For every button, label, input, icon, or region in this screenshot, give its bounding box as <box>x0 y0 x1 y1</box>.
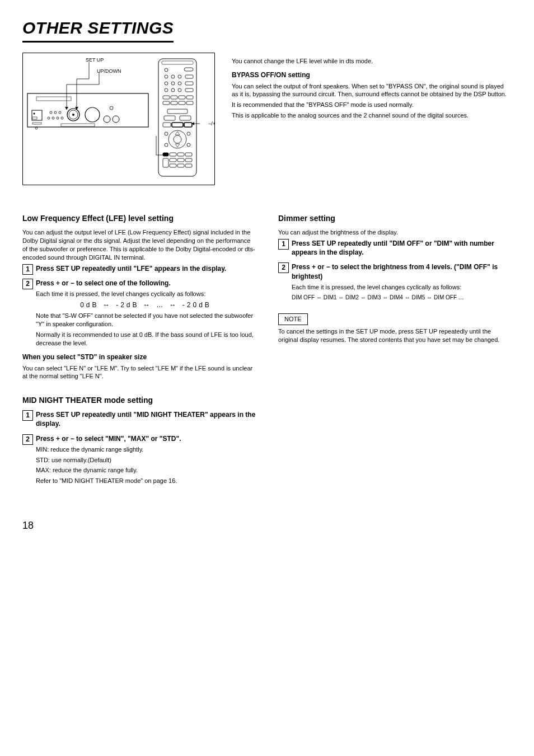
std-body: You can select "LFE N" or "LFE M". Try t… <box>22 364 256 381</box>
std-subtitle: When you select "STD" in speaker size <box>22 353 256 361</box>
callout-up-down: UP/DOWN <box>97 68 121 74</box>
svg-point-43 <box>171 88 175 92</box>
callout-minus-plus: −/+ <box>208 120 216 127</box>
mnt-step1-head: Press SET UP repeatedly until "MID NIGHT… <box>36 410 256 428</box>
receiver-illustration <box>26 57 149 135</box>
bypass-title: BYPASS OFF/ON setting <box>232 71 512 79</box>
svg-rect-72 <box>163 158 168 167</box>
svg-rect-75 <box>185 158 192 162</box>
lfe-step2-body: Each time it is pressed, the level chang… <box>36 290 256 298</box>
svg-rect-3 <box>32 117 37 119</box>
svg-point-63 <box>187 132 190 135</box>
svg-rect-70 <box>177 153 184 156</box>
svg-point-17 <box>110 106 113 110</box>
svg-rect-77 <box>177 164 184 167</box>
svg-point-60 <box>168 130 186 148</box>
svg-point-65 <box>187 143 190 147</box>
page-number: 18 <box>22 519 512 532</box>
svg-rect-68 <box>163 153 168 156</box>
lfe-desc: You can adjust the output level of LFE (… <box>22 228 256 261</box>
svg-rect-41 <box>185 82 193 85</box>
svg-rect-33 <box>184 68 193 71</box>
dim-step2-head: Press + or − to select the brightness fr… <box>292 262 512 280</box>
svg-point-35 <box>171 75 175 78</box>
svg-marker-67 <box>175 144 180 147</box>
bypass-desc3: This is applicable to the analog sources… <box>232 111 512 120</box>
svg-rect-56 <box>180 116 191 120</box>
note-body: To cancel the settings in the SET UP mod… <box>278 327 512 344</box>
svg-rect-54 <box>167 109 188 114</box>
lfe-note-swoff: Note that "S-W OFF" cannot be selected i… <box>36 312 256 328</box>
mnt-step-2: Press + or − to select "MIN", "MAX" or "… <box>22 434 256 486</box>
svg-point-19 <box>113 116 119 123</box>
mnt-std: STD: use normally.(Default) <box>36 456 256 464</box>
note-header: NOTE <box>278 313 308 325</box>
svg-rect-71 <box>185 153 192 156</box>
lfe-note-0db: Normally it is recommended to use at 0 d… <box>36 331 256 348</box>
mnt-title: MID NIGHT THEATER mode setting <box>22 395 256 406</box>
svg-rect-74 <box>177 158 184 162</box>
dimmer-title: Dimmer setting <box>278 213 512 224</box>
svg-point-36 <box>178 75 181 78</box>
svg-rect-59 <box>184 123 192 127</box>
svg-rect-47 <box>171 96 177 99</box>
svg-rect-53 <box>186 101 193 105</box>
dim-step-2: Press + or − to select the brightness fr… <box>278 262 512 301</box>
svg-point-32 <box>165 68 168 72</box>
svg-rect-55 <box>164 116 175 120</box>
svg-rect-45 <box>185 88 193 92</box>
svg-point-18 <box>104 116 110 123</box>
svg-point-40 <box>178 82 181 85</box>
svg-rect-76 <box>170 164 176 167</box>
svg-point-12 <box>61 117 63 119</box>
svg-rect-4 <box>32 123 41 124</box>
dim-step-1: Press SET UP repeatedly until "DIM OFF" … <box>278 239 512 257</box>
svg-rect-37 <box>185 75 193 78</box>
svg-point-2 <box>34 112 35 114</box>
svg-point-64 <box>165 143 168 147</box>
dim-step1-head: Press SET UP repeatedly until "DIM OFF" … <box>292 239 512 257</box>
mnt-ref: Refer to "MID NIGHT THEATER mode" on pag… <box>36 477 256 485</box>
svg-point-5 <box>35 127 38 129</box>
svg-rect-31 <box>162 61 193 64</box>
callout-setup: SET UP <box>86 57 104 63</box>
svg-rect-46 <box>163 96 170 99</box>
svg-rect-58 <box>172 123 183 127</box>
lfe-step1-head: Press SET UP repeatedly until "LFE" appe… <box>36 264 256 273</box>
svg-rect-78 <box>185 164 192 167</box>
svg-rect-73 <box>170 158 176 162</box>
mnt-max: MAX: reduce the dynamic range fully. <box>36 466 256 475</box>
svg-point-61 <box>174 135 181 143</box>
svg-point-42 <box>165 88 168 92</box>
svg-rect-20 <box>61 124 95 126</box>
svg-point-38 <box>165 82 168 85</box>
remote-illustration <box>155 57 200 180</box>
svg-point-10 <box>52 117 54 119</box>
page-heading: OTHER SETTINGS <box>22 17 174 43</box>
svg-point-16 <box>85 107 100 122</box>
svg-point-15 <box>72 114 74 116</box>
svg-point-6 <box>50 111 52 114</box>
svg-point-11 <box>57 117 59 119</box>
svg-marker-29 <box>65 107 68 110</box>
svg-rect-48 <box>179 96 185 99</box>
svg-point-62 <box>165 132 168 135</box>
svg-point-9 <box>48 117 50 119</box>
svg-rect-49 <box>186 96 193 99</box>
svg-point-44 <box>178 88 181 92</box>
svg-rect-0 <box>27 93 148 127</box>
lfe-step-1: Press SET UP repeatedly until "LFE" appe… <box>22 264 256 273</box>
lfe-step-2: Press + or − to select one of the follow… <box>22 279 256 348</box>
dts-notice: You cannot change the LFE level while in… <box>232 57 512 65</box>
dim-cycle-text: Each time it is pressed, the level chang… <box>292 283 512 292</box>
svg-rect-51 <box>171 101 177 105</box>
svg-marker-66 <box>175 132 180 135</box>
lfe-cycle: 0dB ↔ -2dB ↔ … ↔ -20dB <box>36 300 256 309</box>
svg-rect-69 <box>170 153 176 156</box>
svg-rect-57 <box>163 123 171 127</box>
mnt-step-1: Press SET UP repeatedly until "MID NIGHT… <box>22 410 256 428</box>
svg-rect-21 <box>36 97 71 101</box>
svg-point-39 <box>171 82 175 85</box>
lfe-title: Low Frequency Effect (LFE) level setting <box>22 213 256 224</box>
bypass-desc2: It is recommended that the "BYPASS OFF" … <box>232 101 512 109</box>
